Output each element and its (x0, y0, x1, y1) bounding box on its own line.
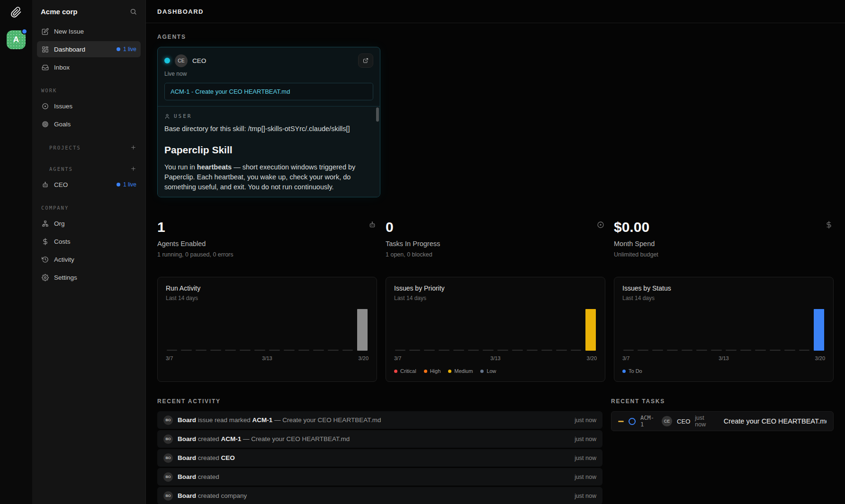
add-project-button[interactable] (130, 144, 136, 150)
add-agent-button[interactable] (130, 166, 136, 172)
sidebar-item-agent-ceo[interactable]: CEO 1 live (37, 177, 141, 193)
x-tick-label: 3/13 (462, 355, 530, 361)
sidebar-item-dashboard[interactable]: Dashboard 1 live (37, 41, 141, 57)
task-time: just now (695, 415, 716, 428)
bar (798, 309, 810, 351)
activity-time: just now (575, 417, 596, 424)
sidebar-item-label: Org (54, 220, 65, 227)
sidebar-item-new-issue[interactable]: New Issue (37, 23, 141, 39)
chart-title: Issues by Status (622, 284, 825, 292)
bar (438, 309, 450, 351)
x-tick-label: 3/7 (394, 355, 462, 361)
activity-row[interactable]: BO Board created company just now (157, 487, 602, 504)
live-dot-icon (117, 47, 120, 51)
sidebar-item-org[interactable]: Org (37, 215, 141, 231)
gear-icon (41, 274, 49, 281)
agent-card-ceo[interactable]: CE CEO Live now ACM-1 - Create your CEO … (157, 47, 380, 197)
sidebar-header: Acme corp (37, 7, 141, 23)
activity-row[interactable]: BO Board issue read marked ACM-1 — Creat… (157, 411, 602, 429)
activity-row[interactable]: BO Board created CEO just now (157, 449, 602, 467)
task-row[interactable]: ACM-1 CE CEO just now Create your CEO HE… (611, 411, 834, 431)
bar (739, 309, 752, 351)
bar (725, 309, 737, 351)
robot-icon (369, 221, 376, 229)
activity-row[interactable]: BO Board created ACM-1 — Create your CEO… (157, 430, 602, 448)
live-dot-icon (117, 183, 120, 186)
sidebar-item-settings[interactable]: Settings (37, 269, 141, 285)
top-bar: DASHBOARD (146, 0, 845, 23)
bar (681, 309, 693, 351)
paperclip-logo-icon[interactable] (10, 7, 22, 18)
sidebar-item-goals[interactable]: Goals (37, 116, 141, 132)
message-role-label: USER (174, 113, 192, 119)
x-tick-label: 3/20 (757, 355, 825, 361)
stat-sub: Unlimited budget (614, 251, 834, 258)
activity-row[interactable]: BO Board created just now (157, 468, 602, 486)
assignee-avatar: CE (662, 416, 672, 426)
message-scrollbar-thumb[interactable] (376, 107, 379, 122)
bar (540, 309, 553, 351)
chart-issues-by-priority: Issues by Priority Last 14 days 3/73/133… (386, 277, 605, 382)
bar (180, 309, 193, 351)
sidebar-item-inbox[interactable]: Inbox (37, 59, 141, 75)
sidebar-item-costs[interactable]: Costs (37, 233, 141, 249)
x-tick-label: 3/13 (690, 355, 758, 361)
left-rail: A (0, 0, 32, 504)
stat-sub: 1 running, 0 paused, 0 errors (157, 251, 377, 258)
legend-dot-icon (480, 370, 484, 373)
bar (511, 309, 523, 351)
bar (409, 309, 421, 351)
avatar: BO (163, 416, 173, 425)
stat-value: $0.00 (614, 219, 834, 235)
legend-dot-icon (622, 370, 626, 373)
app-root: A Acme corp New Issue Dashboard 1 live I… (0, 0, 845, 504)
stat-label: Month Spend (614, 240, 834, 248)
bar (637, 309, 649, 351)
sidebar-section-company: COMPANY (37, 205, 141, 211)
chart-subtitle: Last 14 days (166, 295, 369, 301)
sidebar-item-issues[interactable]: Issues (37, 98, 141, 114)
avatar: BO (163, 453, 173, 463)
x-tick-label: 3/13 (234, 355, 301, 361)
x-ticks: 3/73/133/20 (166, 355, 369, 361)
external-link-button[interactable] (358, 53, 373, 68)
grid-icon (41, 46, 49, 53)
legend: CriticalHighMediumLow (394, 368, 597, 374)
bar (195, 309, 207, 351)
org-chart-icon (41, 220, 49, 227)
bar (555, 309, 567, 351)
recent-tasks-section: RECENT TASKS ACM-1 CE CEO just now Creat… (611, 398, 834, 504)
legend-item: Medium (448, 368, 473, 374)
issues-icon (41, 103, 49, 110)
stat-agents-enabled: 1 Agents Enabled 1 running, 0 paused, 0 … (157, 219, 377, 258)
legend-dot-icon (394, 370, 397, 373)
legend: To Do (622, 368, 825, 374)
activity-text: Board created company (178, 492, 247, 499)
workspace-avatar-letter: A (13, 35, 19, 44)
sidebar-item-label: Goals (54, 121, 71, 128)
workspace-avatar[interactable]: A (7, 30, 26, 49)
search-icon[interactable] (130, 8, 137, 15)
stat-tasks-in-progress: 0 Tasks In Progress 1 open, 0 blocked (386, 219, 605, 258)
stat-value: 1 (157, 219, 377, 235)
sidebar-item-label: New Issue (54, 28, 84, 35)
task-title: Create your CEO HEARTBEAT.md (724, 417, 827, 425)
chart-subtitle: Last 14 days (394, 295, 597, 301)
legend (166, 368, 369, 374)
avatar: BO (163, 472, 173, 482)
content: AGENTS CE CEO Live now ACM-1 - Create yo… (146, 23, 845, 504)
sidebar-item-activity[interactable]: Activity (37, 251, 141, 267)
chart-subtitle: Last 14 days (622, 295, 825, 301)
message-heading: Paperclip Skill (164, 144, 371, 156)
avatar: BO (163, 434, 173, 444)
bar (813, 309, 825, 351)
recent-activity-section: RECENT ACTIVITY BO Board issue read mark… (157, 398, 602, 504)
bars (394, 309, 597, 351)
bar (225, 309, 237, 351)
x-tick-label: 3/7 (622, 355, 690, 361)
agent-current-task-link[interactable]: ACM-1 - Create your CEO HEARTBEAT.md (164, 83, 373, 100)
stat-sub: 1 open, 0 blocked (386, 251, 605, 258)
agent-message-panel[interactable]: USER Base directory for this skill: /tmp… (158, 106, 380, 197)
x-tick-label: 3/20 (529, 355, 597, 361)
agent-name: CEO (192, 57, 206, 64)
